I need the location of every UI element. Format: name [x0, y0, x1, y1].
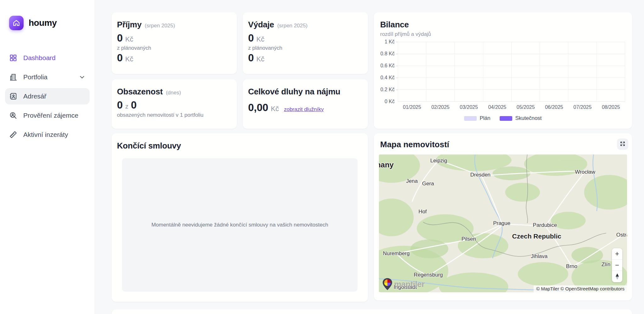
sidebar-item-label: Aktivní inzeráty: [23, 131, 68, 138]
expand-icon: [620, 141, 625, 148]
person-search-icon: [9, 111, 17, 120]
card-period: (srpen 2025): [277, 23, 308, 29]
income-value: 0: [117, 32, 123, 44]
map-city-label: Hof: [419, 209, 427, 215]
card-vydaje: Výdaje (srpen 2025) 0 Kč z plánovaných 0…: [243, 12, 368, 74]
sidebar-item-label: Dashboard: [23, 54, 56, 62]
map-city-label: Wrocław: [575, 169, 595, 175]
sidebar: houmy Dashboard Po: [0, 0, 95, 314]
chart-title: Bilance: [380, 20, 626, 30]
y-tick-label: 0.8 Kč: [380, 51, 395, 57]
sidebar-item-adresar[interactable]: Adresář: [5, 88, 90, 104]
map-city-label: Brno: [566, 263, 577, 270]
map-attribution[interactable]: © MapTiler © OpenStreetMap contributors: [534, 285, 627, 292]
map-zoom-controls: + −: [612, 248, 622, 282]
map-city-label: Pardubice: [533, 222, 557, 228]
sidebar-item-aktivni-inzeraty[interactable]: Aktivní inzeráty: [5, 126, 90, 143]
income-planned-value: 0: [117, 52, 123, 64]
map-compass-button[interactable]: [612, 271, 622, 282]
legend-item: Plán: [464, 115, 490, 121]
x-tick-label: 07/2025: [568, 104, 597, 110]
map-city-label: Dresden: [470, 172, 491, 178]
contact-card-icon: [9, 92, 17, 100]
sidebar-item-label: Portfolia: [23, 73, 47, 81]
debt-unit: Kč: [271, 105, 279, 113]
app-root: houmy Dashboard Po: [0, 0, 644, 314]
card-bilance: Bilance rozdíl příjmů a výdajů 1 Kč0.8 K…: [374, 12, 632, 129]
card-title: Končící smlouvy: [117, 141, 181, 150]
show-debtors-link[interactable]: zobrazit dlužníky: [284, 106, 324, 113]
x-tick-label: 04/2025: [483, 104, 511, 110]
occupancy-occupied: 0: [117, 99, 123, 111]
sidebar-item-label: Prověření zájemce: [23, 112, 78, 119]
map-zoom-out-button[interactable]: −: [612, 260, 622, 271]
x-tick-label: 01/2025: [398, 104, 426, 110]
map-city-label: Jihlava: [531, 253, 547, 260]
occupancy-total: 0: [131, 99, 136, 111]
card-period: (srpen 2025): [145, 23, 175, 29]
map-zoom-in-button[interactable]: +: [612, 248, 622, 260]
x-tick-label: 08/2025: [597, 104, 625, 110]
card-title: Obsazenost: [117, 87, 163, 97]
map-city-label: Leipzig: [430, 158, 447, 164]
chart-legend: Plán Skutečnost: [380, 115, 626, 121]
sidebar-item-provereni-zajemce[interactable]: Prověření zájemce: [5, 107, 90, 124]
card-title: Příjmy: [117, 20, 142, 30]
legend-label: Skutečnost: [515, 115, 541, 121]
building-icon: [9, 73, 17, 81]
brand-wordmark: houmy: [29, 18, 57, 28]
chart-y-axis: 1 Kč0.8 Kč0.6 Kč0.4 Kč0.2 Kč0 Kč: [380, 42, 398, 102]
legend-item: Skutečnost: [500, 115, 541, 121]
y-tick-label: 0.4 Kč: [380, 75, 395, 81]
card-koncici-smlouvy: Končící smlouvy Momentálně neevidujeme ž…: [112, 133, 368, 302]
sidebar-nav: Dashboard Portfolia: [5, 50, 90, 146]
y-tick-label: 0.2 Kč: [380, 87, 395, 93]
legend-label: Plán: [480, 115, 490, 121]
legend-swatch: [464, 116, 477, 121]
chart-x-axis: 01/202502/202503/202504/202505/202506/20…: [398, 104, 625, 110]
houmy-house-icon: [9, 16, 24, 30]
map-expand-button[interactable]: [617, 138, 628, 150]
chart-plot-area: [398, 42, 625, 102]
income-caption: z plánovaných: [117, 45, 231, 51]
x-tick-label: 02/2025: [426, 104, 454, 110]
map-city-label: Jena: [406, 178, 418, 184]
ruler-icon: [9, 131, 17, 139]
brand-logo[interactable]: houmy: [9, 16, 90, 30]
income-unit: Kč: [125, 35, 133, 43]
expense-planned-value: 0: [248, 52, 254, 64]
map-city-label: Ostra: [616, 232, 627, 238]
map-city-label: nany: [379, 160, 394, 169]
map-city-label: Nuremberg: [383, 250, 410, 257]
ending-contracts-empty-panel: Momentálně neevidujeme žádné končící sml…: [122, 158, 358, 292]
card-obsazenost: Obsazenost (dnes) 0 z 0 obsazených nemov…: [112, 79, 237, 129]
expense-caption: z plánovaných: [248, 45, 363, 51]
map-city-label: Prague: [493, 220, 510, 227]
legend-swatch: [500, 116, 512, 121]
sidebar-item-label: Adresář: [23, 93, 47, 100]
map-city-label: Regensburg: [414, 272, 443, 278]
next-section-card: [112, 309, 632, 314]
map-labels-layer: nanyLeipzigDresdenWrocławJenaGeraHofPrag…: [379, 154, 627, 292]
maptiler-logo[interactable]: maptiler: [382, 278, 425, 290]
card-title: Výdaje: [248, 20, 274, 30]
y-tick-label: 1 Kč: [385, 39, 395, 45]
y-tick-label: 0 Kč: [385, 99, 395, 104]
map-canvas[interactable]: nanyLeipzigDresdenWrocławJenaGeraHofPrag…: [379, 154, 627, 292]
map-city-label: Gera: [422, 181, 434, 187]
sidebar-item-portfolia[interactable]: Portfolia: [5, 69, 90, 85]
card-mapa: Mapa nemovitostí: [374, 133, 632, 300]
ending-contracts-empty-text: Momentálně neevidujeme žádné končící sml…: [151, 222, 328, 228]
grid-icon: [9, 54, 17, 62]
sidebar-item-dashboard[interactable]: Dashboard: [5, 50, 90, 66]
x-tick-label: 05/2025: [512, 104, 540, 110]
chevron-down-icon: [79, 74, 86, 81]
maptiler-pin-icon: [382, 278, 393, 290]
expense-planned-unit: Kč: [256, 55, 264, 63]
card-title: Celkové dluhy na nájmu: [248, 87, 340, 97]
card-dluhy: Celkové dluhy na nájmu 0,00 Kč zobrazit …: [243, 79, 368, 129]
y-tick-label: 0.6 Kč: [380, 63, 395, 69]
x-tick-label: 06/2025: [540, 104, 568, 110]
chart-subtitle: rozdíl příjmů a výdajů: [380, 31, 626, 37]
card-prijmy: Příjmy (srpen 2025) 0 Kč z plánovaných 0…: [112, 12, 237, 74]
